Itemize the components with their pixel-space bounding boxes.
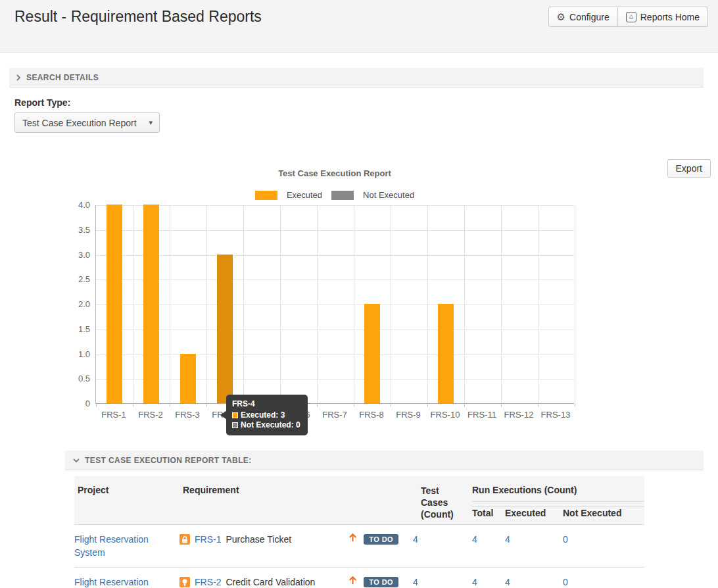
gridline (354, 205, 354, 403)
legend-swatch-not-executed (331, 191, 354, 200)
gridline (133, 205, 133, 403)
y-axis-tick-label: 1.5 (64, 324, 90, 334)
tooltip-swatch-executed (232, 412, 238, 418)
chart-region: Export Test Case Execution Report Execut… (0, 157, 718, 424)
bar-frs-3[interactable] (180, 354, 196, 404)
y-axis-tick-label: 0 (64, 399, 90, 408)
column-header-not-executed: Not Executed (563, 507, 644, 525)
report-type-dropdown[interactable]: Test Case Execution Report ▾ (14, 112, 160, 133)
gridline (96, 280, 574, 280)
gridline (575, 205, 575, 403)
chart-title: Test Case Execution Report (95, 168, 574, 178)
y-axis-tick-label: 2.5 (64, 274, 90, 284)
test-cases-count-link[interactable]: 4 (413, 534, 418, 545)
column-header-requirement: Requirement (180, 476, 413, 525)
chart-legend: Executed Not Executed (95, 190, 574, 200)
test-cases-count-cell: 4 (413, 568, 472, 588)
caret-down-icon: ▾ (149, 118, 153, 127)
plot-area (95, 205, 574, 404)
y-axis-tick-label: 3.5 (64, 225, 90, 235)
executed-link[interactable]: 4 (505, 577, 510, 587)
x-axis-tick-label: FRS-12 (500, 410, 537, 420)
not-executed-link[interactable]: 0 (563, 534, 568, 545)
total-link[interactable]: 4 (472, 534, 477, 545)
x-axis-tick-label: FRS-11 (464, 410, 500, 420)
executed-cell: 4 (505, 568, 563, 588)
bar-frs-1[interactable] (107, 205, 122, 403)
header-buttons: ⚙ Configure ⌂ Reports Home (548, 7, 708, 27)
total-cell: 4 (472, 525, 505, 568)
project-cell: Flight Reservation System (74, 568, 180, 588)
project-cell: Flight Reservation System (74, 525, 180, 568)
executed-link[interactable]: 4 (505, 534, 510, 545)
tooltip-value-not-executed: Not Executed: 0 (241, 420, 300, 430)
gridline (464, 205, 465, 403)
x-axis-tick (391, 403, 391, 407)
gridline (243, 205, 244, 403)
x-axis-tick-label: FRS-7 (316, 410, 353, 420)
legend-label-not-executed: Not Executed (363, 190, 414, 200)
column-header-run-executions: Run Executions (Count) (472, 476, 644, 507)
page-title: Result - Requirement Based Reports (14, 8, 262, 26)
report-type-section: Report Type: Test Case Execution Report … (14, 97, 718, 133)
bulb-icon (180, 577, 190, 587)
column-header-project: Project (74, 476, 180, 525)
gridline (206, 205, 207, 403)
reports-home-button[interactable]: ⌂ Reports Home (618, 7, 708, 27)
not-executed-cell: 0 (563, 525, 644, 568)
table-row: Flight Reservation SystemFRS-1Purchase T… (74, 525, 644, 568)
report-table-toggle[interactable]: TEST CASE EXECUTION REPORT TABLE: (65, 451, 704, 470)
gridline (427, 205, 428, 403)
configure-button[interactable]: ⚙ Configure (548, 7, 618, 27)
search-details-toggle[interactable]: SEARCH DETAILS (9, 68, 704, 87)
home-icon: ⌂ (626, 12, 636, 22)
gridline (538, 205, 538, 403)
bar-frs-8[interactable] (364, 304, 380, 403)
x-axis-tick-label: FRS-2 (132, 410, 169, 420)
x-axis-tick (538, 403, 538, 407)
x-axis-tick-label: FRS-9 (390, 410, 427, 420)
x-axis-tick (464, 403, 465, 407)
x-axis-tick (427, 403, 428, 407)
gridline (96, 355, 574, 355)
chevron-right-icon (16, 74, 21, 81)
x-axis-tick-label: FRS-8 (353, 410, 390, 420)
total-link[interactable]: 4 (472, 577, 477, 587)
gridline (96, 330, 574, 330)
tooltip-row-not-executed: Not Executed: 0 (232, 420, 300, 430)
tooltip-swatch-not-executed (232, 422, 238, 428)
project-link[interactable]: Flight Reservation System (74, 577, 149, 588)
column-header-total: Total (472, 507, 505, 525)
export-button[interactable]: Export (667, 159, 711, 178)
requirement-cell: FRS-1Purchase TicketTO DO (180, 525, 413, 568)
search-details-label: SEARCH DETAILS (26, 73, 99, 82)
y-axis-tick-label: 3.0 (64, 250, 90, 260)
table-row: Flight Reservation SystemFRS-2Credit Car… (74, 568, 644, 588)
chart-tooltip: FRS-4 Executed: 3 Not Executed: 0 (226, 395, 308, 435)
gridline (96, 205, 574, 206)
tooltip-value-executed: Executed: 3 (241, 410, 285, 420)
not-executed-link[interactable]: 0 (563, 577, 568, 587)
y-axis-tick-label: 0.5 (64, 374, 90, 383)
project-link[interactable]: Flight Reservation System (74, 534, 149, 558)
requirement-key-link[interactable]: FRS-2 (195, 576, 221, 588)
bar-frs-4[interactable] (217, 255, 233, 404)
executed-cell: 4 (505, 525, 563, 568)
gridline (96, 305, 574, 305)
requirement-cell: FRS-2Credit Card ValidationTO DO (180, 568, 413, 588)
requirement-key-link[interactable]: FRS-1 (195, 533, 221, 546)
arrow-up-icon (348, 533, 357, 546)
report-type-selected: Test Case Execution Report (22, 118, 137, 128)
arrow-up-icon (348, 576, 357, 588)
y-axis-tick-label: 2.0 (64, 299, 90, 309)
bar-frs-10[interactable] (438, 304, 454, 403)
execution-report-table: Project Requirement Test Cases (Count) R… (74, 476, 644, 588)
x-axis-tick (170, 403, 170, 407)
bar-frs-2[interactable] (143, 205, 159, 403)
test-cases-count-link[interactable]: 4 (413, 577, 418, 587)
x-axis-tick-label: FRS-13 (537, 410, 574, 420)
x-axis-tick-label: FRS-3 (169, 410, 206, 420)
total-cell: 4 (472, 568, 505, 588)
x-axis-tick-label: FRS-1 (95, 410, 132, 420)
x-axis-tick (96, 403, 97, 407)
